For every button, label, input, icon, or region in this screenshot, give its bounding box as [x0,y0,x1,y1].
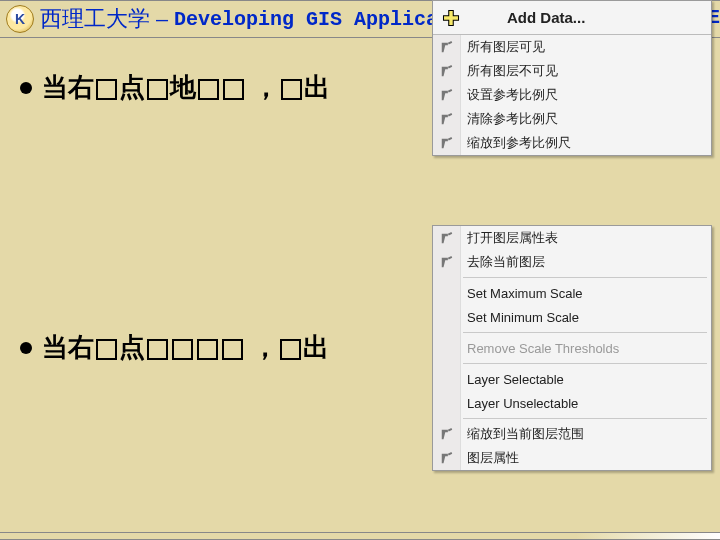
hammer-icon [438,449,456,467]
bullet-dot-icon [20,342,32,354]
menu-separator [463,363,707,364]
menu-item-layer-properties[interactable]: 图层属性 [433,446,711,470]
hammer-icon [438,110,456,128]
menu-item-set-reference-scale[interactable]: 设置参考比例尺 [433,83,711,107]
menu-item-layer-unselectable[interactable]: Layer Unselectable [433,391,711,415]
university-logo: K [6,5,34,33]
menu-item-clear-reference-scale[interactable]: 清除参考比例尺 [433,107,711,131]
map-context-menu: Add Data... 所有图层可见 所有图层不可见 设置参考比例尺 清除参考比… [432,0,712,156]
svg-marker-0 [444,10,459,25]
bullet-line-1: 当右 点 地 ，出 [20,70,330,105]
university-name: 西理工大学 [40,4,150,34]
menu-separator [463,277,707,278]
menu-separator [463,418,707,419]
plus-icon [439,6,463,30]
hammer-icon [438,86,456,104]
menu-item-add-data[interactable]: Add Data... [433,1,711,35]
separator: – [150,7,174,31]
menu-separator [463,332,707,333]
menu-item-set-max-scale[interactable]: Set Maximum Scale [433,281,711,305]
menu-item-set-min-scale[interactable]: Set Minimum Scale [433,305,711,329]
bullet-dot-icon [20,82,32,94]
hammer-icon [438,229,456,247]
menu-item-layer-selectable[interactable]: Layer Selectable [433,367,711,391]
menu-item-remove-scale-thresholds: Remove Scale Thresholds [433,336,711,360]
menu-item-remove-layer[interactable]: 去除当前图层 [433,250,711,274]
layer-context-menu: 打开图层属性表 去除当前图层 Set Maximum Scale Set Min… [432,225,712,471]
menu-item-zoom-to-layer[interactable]: 缩放到当前图层范围 [433,422,711,446]
menu-item-open-attribute-table[interactable]: 打开图层属性表 [433,226,711,250]
hammer-icon [438,253,456,271]
menu-item-zoom-reference-scale[interactable]: 缩放到参考比例尺 [433,131,711,155]
menu-item-layers-invisible[interactable]: 所有图层不可见 [433,59,711,83]
hammer-icon [438,134,456,152]
hammer-icon [438,425,456,443]
bullet-line-2: 当右 点 ，出 [20,330,329,365]
footer-band [0,532,720,540]
hammer-icon [438,38,456,56]
menu-item-layers-visible[interactable]: 所有图层可见 [433,35,711,59]
hammer-icon [438,62,456,80]
